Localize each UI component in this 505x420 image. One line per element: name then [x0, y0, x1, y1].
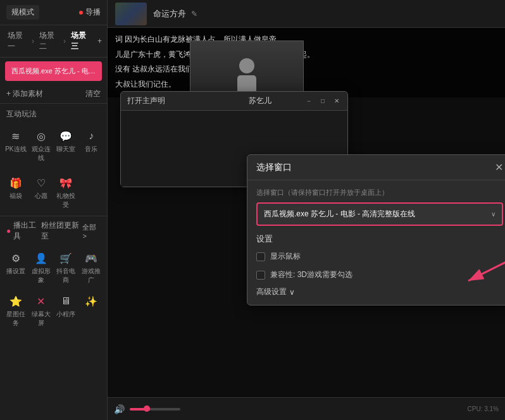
- mode-button[interactable]: 规模式: [6, 5, 39, 20]
- checkbox-mouse-label: 显示鼠标: [270, 251, 301, 262]
- avatar-label: 虚拟形象: [30, 267, 52, 285]
- avatar-icon: 👤: [34, 250, 49, 266]
- edit-title-icon[interactable]: ✎: [191, 9, 197, 18]
- audience-icon: ◎: [34, 128, 49, 144]
- tool-audience[interactable]: ◎ 观众连线: [29, 125, 53, 166]
- bag-label: 福袋: [9, 192, 22, 201]
- pk-icon: ≋: [8, 128, 23, 144]
- chat-label: 聊天室: [56, 145, 75, 154]
- advanced-settings-label: 高级设置: [256, 287, 287, 297]
- game-promo-label: 游戏推广: [80, 267, 102, 285]
- guide-button[interactable]: 导播: [79, 7, 101, 18]
- broadcast-settings-icon: ⚙: [8, 250, 23, 266]
- mini-program-label: 小程序: [56, 310, 75, 319]
- tool-mini-program[interactable]: 🖥 小程序: [54, 290, 78, 331]
- guide-label: 导播: [85, 7, 101, 18]
- game-promo-icon: 🎮: [84, 250, 99, 266]
- close-window-button[interactable]: ✕: [332, 97, 341, 106]
- tool-green-screen[interactable]: ✕ 绿幕大屏: [29, 290, 53, 331]
- tool-music[interactable]: ♪ 音乐: [79, 125, 103, 166]
- star-task-label: 星图任务: [5, 310, 27, 328]
- ecommerce-label: 抖音电商: [56, 267, 77, 285]
- wish-icon: ♡: [34, 175, 49, 190]
- maximize-button[interactable]: □: [318, 97, 327, 106]
- broadcast-tools-label: 播出工具: [13, 220, 41, 242]
- advanced-settings-arrow-icon: ∨: [289, 288, 295, 297]
- volume-slider[interactable]: [130, 408, 180, 411]
- main-area: 命运方舟 ✎ 词 因为长白山有龙脉被满人占，所以满人做皇帝。 儿是广东十虎，黄飞…: [108, 0, 505, 420]
- add-material-button[interactable]: + 添加素材 清空: [0, 85, 107, 104]
- add-material-label: + 添加素材: [6, 89, 43, 99]
- left-sidebar: 规模式 导播 场景一 › 场景二 › 场景三 + 西瓜视频.exe 苏乞儿 - …: [0, 0, 108, 420]
- tool-broadcast-settings[interactable]: ⚙ 播设置: [4, 247, 28, 288]
- tool-gift[interactable]: 🎀 礼物投受: [54, 171, 78, 213]
- arrow-svg: [456, 211, 505, 287]
- broadcast-red-dot: ●: [6, 226, 11, 235]
- stream-thumbnail: [115, 3, 147, 25]
- scene-separator: ›: [32, 37, 34, 46]
- clear-label[interactable]: 清空: [85, 89, 101, 99]
- music-icon: ♪: [84, 128, 99, 144]
- tool-sparkle[interactable]: ✨: [79, 290, 103, 331]
- sparkle-icon: ✨: [84, 293, 99, 309]
- app-window-center-title: 苏乞儿: [216, 96, 304, 106]
- broadcast-settings-label: 播设置: [6, 267, 25, 276]
- scene-tabs: 场景一 › 场景二 › 场景三 +: [0, 25, 107, 58]
- scene-tab-2[interactable]: 场景二: [37, 29, 61, 53]
- audience-label: 观众连线: [30, 145, 52, 163]
- subtitle-overlay: 词 因为长白山有龙脉被满人占，所以满人做皇帝。 儿是广东十虎，黄飞鸿不是 大叔今…: [108, 28, 505, 97]
- broadcast-tools-grid: ⚙ 播设置 👤 虚拟形象 🛒 抖音电商 🎮 游戏推广 ⭐ 星图任务 ✕ 绿幕大屏…: [0, 245, 107, 333]
- interactive-section-title: 互动玩法: [0, 104, 107, 122]
- tool-avatar[interactable]: 👤 虚拟形象: [29, 247, 53, 288]
- all-link[interactable]: 全部 >: [82, 223, 101, 240]
- checkbox-compat[interactable]: [256, 271, 265, 280]
- green-screen-label: 绿幕大屏: [30, 310, 52, 328]
- gifts-tools-grid: 🎁 福袋 ♡ 心愿 🎀 礼物投受: [0, 169, 107, 216]
- red-arrow-indicator: [456, 211, 505, 289]
- svg-point-0: [239, 58, 254, 73]
- content-area: 词 因为长白山有龙脉被满人占，所以满人做皇帝。 儿是广东十虎，黄飞鸿不是 大叔今…: [108, 28, 505, 397]
- scene-tab-3[interactable]: 场景三: [68, 29, 92, 53]
- gift-label: 礼物投受: [56, 192, 77, 209]
- fan-update-label: 粉丝团更新至: [41, 220, 82, 242]
- ecommerce-icon: 🛒: [58, 250, 73, 266]
- stream-title: 命运方舟: [153, 8, 186, 20]
- app-window-left-title: 打开主声明: [127, 96, 216, 106]
- tool-star-task[interactable]: ⭐ 星图任务: [4, 290, 28, 331]
- select-dialog-close[interactable]: ✕: [495, 161, 503, 173]
- select-dialog-hint: 选择窗口（请保持窗口打开并放于桌面上）: [256, 188, 503, 197]
- scene-separator-2: ›: [63, 37, 66, 46]
- chat-icon: 💬: [58, 128, 73, 144]
- broadcast-tools-header: ● 播出工具 粉丝团更新至 全部 >: [0, 216, 107, 245]
- app-window-controls: － □ ✕: [304, 97, 341, 106]
- stream-info: 命运方舟 ✎: [153, 8, 197, 20]
- tool-game-promo[interactable]: 🎮 游戏推广: [79, 247, 103, 288]
- minimize-button[interactable]: －: [304, 97, 313, 106]
- tool-wish[interactable]: ♡ 心愿: [29, 171, 53, 213]
- subtitle-line-1: 词 因为长白山有龙脉被满人占，所以满人做皇帝。: [115, 33, 497, 47]
- red-dot-indicator: [79, 11, 83, 15]
- source-item[interactable]: 西瓜视频.exe 苏乞儿 - 电影 - 高清完...: [5, 61, 102, 81]
- volume-icon: 🔊: [114, 404, 125, 414]
- tool-bag[interactable]: 🎁 福袋: [4, 171, 28, 213]
- subtitle-line-3: 没有 达叔永远活在我们心中。: [115, 63, 497, 77]
- wish-label: 心愿: [35, 192, 47, 201]
- subtitle-line-4: 大叔让我们记住。: [115, 78, 497, 92]
- app-window-titlebar: 打开主声明 苏乞儿 － □ ✕: [121, 92, 347, 111]
- sidebar-header: 规模式 导播: [0, 0, 107, 25]
- interactive-tools-grid: ≋ PK连线 ◎ 观众连线 💬 聊天室 ♪ 音乐: [0, 122, 107, 169]
- scene-tab-1[interactable]: 场景一: [5, 29, 29, 53]
- select-dialog-header: 选择窗口 ✕: [247, 155, 505, 180]
- star-task-icon: ⭐: [8, 293, 23, 309]
- mini-program-icon: 🖥: [58, 293, 73, 309]
- subtitle-line-2: 儿是广东十虎，黄飞鸿不是 大叔今天没有跟周星星在一起。: [115, 48, 497, 62]
- tool-ecommerce[interactable]: 🛒 抖音电商: [54, 247, 78, 288]
- music-label: 音乐: [85, 145, 97, 154]
- volume-thumb: [144, 405, 150, 412]
- tool-pk[interactable]: ≋ PK连线: [4, 125, 28, 166]
- tool-chat[interactable]: 💬 聊天室: [54, 125, 78, 166]
- cpu-info: CPU: 3.1%: [468, 405, 499, 412]
- checkbox-mouse[interactable]: [256, 252, 265, 261]
- add-scene-button[interactable]: +: [97, 37, 102, 46]
- checkbox-compat-label: 兼容性: 3D游戏需要勾选: [270, 269, 352, 280]
